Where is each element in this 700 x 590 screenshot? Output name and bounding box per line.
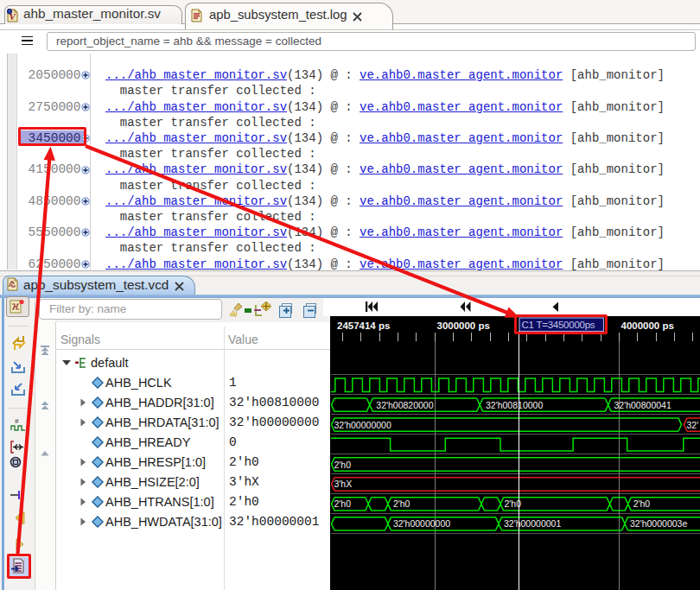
svg-text:2'h0: 2'h0: [393, 498, 410, 509]
svg-text:32'h00810000: 32'h00810000: [486, 400, 543, 410]
svg-text:3'hX: 3'hX: [334, 479, 353, 489]
svg-text:32'h00000000: 32'h00000000: [393, 518, 450, 529]
svg-text:#: #: [15, 417, 19, 425]
svg-text:32'h00000000: 32'h00000000: [334, 420, 391, 430]
svg-text:32'h00000001: 32'h00000001: [504, 518, 561, 529]
svg-text:32': 32': [687, 420, 699, 430]
svg-text:3000000 ps: 3000000 ps: [437, 320, 490, 331]
svg-text:2457414 ps: 2457414 ps: [337, 320, 390, 331]
svg-text:32'h00820000: 32'h00820000: [376, 400, 433, 410]
svg-text:2'h0: 2'h0: [334, 498, 352, 509]
svg-text:32'h0000003e: 32'h0000003e: [630, 518, 687, 529]
svg-text:2'h0: 2'h0: [334, 460, 352, 470]
svg-text:32'h00800041: 32'h00800041: [614, 400, 671, 410]
svg-text:2'h0: 2'h0: [633, 498, 651, 509]
svg-text:4000000 ps: 4000000 ps: [621, 320, 674, 331]
